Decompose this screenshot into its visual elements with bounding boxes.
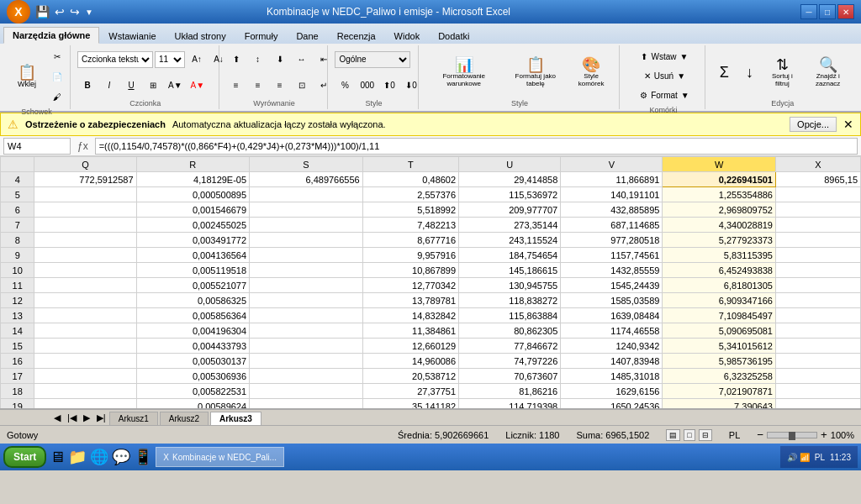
cell-W10[interactable]: 6,452493838 bbox=[663, 263, 776, 278]
cell-U10[interactable]: 145,186615 bbox=[459, 263, 561, 278]
cell-X9[interactable] bbox=[775, 248, 860, 263]
merge-button[interactable]: ⊡ bbox=[292, 76, 312, 94]
cell-V7[interactable]: 687,114685 bbox=[561, 218, 663, 233]
cell-T18[interactable]: 27,37751 bbox=[362, 384, 458, 399]
col-header-R[interactable]: R bbox=[136, 157, 250, 172]
col-header-V[interactable]: V bbox=[561, 157, 663, 172]
cell-R15[interactable]: 0,004433793 bbox=[136, 339, 250, 354]
cell-X18[interactable] bbox=[775, 384, 860, 399]
align-top-button[interactable]: ⬆ bbox=[226, 50, 246, 69]
tab-formulas[interactable]: Formuły bbox=[235, 28, 288, 44]
sheet-nav-first[interactable]: |◀ bbox=[64, 411, 80, 425]
cell-R17[interactable]: 0,005306936 bbox=[136, 369, 250, 384]
taskbar-icon-5[interactable]: 📱 bbox=[134, 448, 152, 466]
cell-V13[interactable]: 1639,08484 bbox=[561, 308, 663, 323]
cell-styles-button[interactable]: 🎨 Style komórek bbox=[568, 47, 615, 97]
cell-V14[interactable]: 1174,46558 bbox=[561, 323, 663, 339]
cell-V5[interactable]: 140,191101 bbox=[561, 187, 663, 202]
cell-V8[interactable]: 977,280518 bbox=[561, 233, 663, 248]
start-button[interactable]: Start bbox=[3, 446, 46, 468]
sort-filter-button[interactable]: ⇅ Sortuj i filtruj bbox=[763, 47, 801, 97]
cell-V6[interactable]: 432,885895 bbox=[561, 202, 663, 218]
cell-S13[interactable] bbox=[250, 308, 363, 323]
taskbar-icon-2[interactable]: 📁 bbox=[68, 448, 87, 466]
cell-W13[interactable]: 7,109845497 bbox=[663, 308, 776, 323]
tab-page-layout[interactable]: Układ strony bbox=[166, 28, 235, 44]
cell-X10[interactable] bbox=[775, 263, 860, 278]
cell-T7[interactable]: 7,482213 bbox=[362, 218, 458, 233]
paste-button[interactable]: 📋 Wklej bbox=[8, 47, 45, 106]
cell-W19[interactable]: 7,390643 bbox=[663, 399, 776, 409]
quick-redo[interactable]: ↪ bbox=[70, 5, 80, 18]
cell-W14[interactable]: 5,090695081 bbox=[663, 323, 776, 339]
col-header-U[interactable]: U bbox=[459, 157, 561, 172]
copy-button[interactable]: 📄 bbox=[47, 67, 67, 86]
cell-Q11[interactable] bbox=[34, 278, 136, 293]
cell-U4[interactable]: 29,414858 bbox=[459, 172, 561, 187]
format-as-table-button[interactable]: 📋 Formatuj jako tabelę bbox=[504, 47, 567, 97]
col-header-W[interactable]: W bbox=[663, 157, 776, 172]
cell-T10[interactable]: 10,867899 bbox=[362, 263, 458, 278]
cell-X19[interactable] bbox=[775, 399, 860, 409]
cell-T17[interactable]: 20,538712 bbox=[362, 369, 458, 384]
cell-U18[interactable]: 81,86216 bbox=[459, 384, 561, 399]
sheet-nav-next[interactable]: ▶ bbox=[80, 411, 93, 425]
cell-S19[interactable] bbox=[250, 399, 363, 409]
cell-W4[interactable]: 0,226941501 bbox=[663, 172, 776, 187]
currency-button[interactable]: % bbox=[335, 76, 355, 94]
cell-V12[interactable]: 1585,03589 bbox=[561, 293, 663, 308]
cell-R9[interactable]: 0,004136564 bbox=[136, 248, 250, 263]
cell-R16[interactable]: 0,005030137 bbox=[136, 354, 250, 369]
cell-T5[interactable]: 2,557376 bbox=[362, 187, 458, 202]
cell-X4[interactable]: 8965,15 bbox=[775, 172, 860, 187]
underline-button[interactable]: U bbox=[121, 76, 141, 94]
tab-insert[interactable]: Wstawianie bbox=[99, 28, 165, 44]
cell-X7[interactable] bbox=[775, 218, 860, 233]
cell-R4[interactable]: 4,18129E-05 bbox=[136, 172, 250, 187]
cell-U5[interactable]: 115,536972 bbox=[459, 187, 561, 202]
cell-T16[interactable]: 14,960086 bbox=[362, 354, 458, 369]
cell-Q4[interactable]: 772,5912587 bbox=[34, 172, 136, 187]
cell-V9[interactable]: 1157,74561 bbox=[561, 248, 663, 263]
cell-U19[interactable]: 114,719398 bbox=[459, 399, 561, 409]
increase-decimal-button[interactable]: ⬇0 bbox=[401, 76, 421, 94]
cell-S15[interactable] bbox=[250, 339, 363, 354]
fill-color-button[interactable]: A▼ bbox=[165, 76, 186, 94]
options-button[interactable]: Opcje... bbox=[790, 117, 837, 132]
cell-W15[interactable]: 5,341015612 bbox=[663, 339, 776, 354]
cell-T12[interactable]: 13,789781 bbox=[362, 293, 458, 308]
cell-V16[interactable]: 1407,83948 bbox=[561, 354, 663, 369]
bold-button[interactable]: B bbox=[77, 76, 98, 94]
cell-W6[interactable]: 2,969809752 bbox=[663, 202, 776, 218]
close-button[interactable]: ✕ bbox=[837, 4, 854, 19]
cell-S12[interactable] bbox=[250, 293, 363, 308]
formula-input[interactable] bbox=[95, 138, 858, 155]
minimize-button[interactable]: ─ bbox=[800, 4, 817, 19]
restore-button[interactable]: □ bbox=[819, 4, 836, 19]
conditional-format-button[interactable]: 📊 Formatowanie warunkowe bbox=[425, 47, 503, 97]
tab-view[interactable]: Widok bbox=[385, 28, 430, 44]
cell-R19[interactable]: 0,00589624 bbox=[136, 399, 250, 409]
cell-R10[interactable]: 0,005119518 bbox=[136, 263, 250, 278]
cell-V11[interactable]: 1545,24439 bbox=[561, 278, 663, 293]
cell-V19[interactable]: 1650,24536 bbox=[561, 399, 663, 409]
cell-X16[interactable] bbox=[775, 354, 860, 369]
cell-R13[interactable]: 0,005856364 bbox=[136, 308, 250, 323]
cell-W11[interactable]: 6,81801305 bbox=[663, 278, 776, 293]
cell-U11[interactable]: 130,945755 bbox=[459, 278, 561, 293]
align-middle-button[interactable]: ↕ bbox=[248, 50, 268, 69]
font-family-select[interactable]: Czcionka tekstu bbox=[77, 51, 153, 68]
cell-S6[interactable] bbox=[250, 202, 363, 218]
align-left-button[interactable]: ≡ bbox=[226, 76, 246, 94]
increase-font-button[interactable]: A↑ bbox=[187, 50, 207, 69]
format-cells-button[interactable]: ⚙ Format ▼ bbox=[626, 86, 702, 104]
quick-access-dropdown[interactable]: ▼ bbox=[85, 8, 93, 17]
tab-home[interactable]: Narzędzia główne bbox=[3, 27, 99, 44]
cell-V15[interactable]: 1240,9342 bbox=[561, 339, 663, 354]
zoom-out-button[interactable]: − bbox=[757, 428, 763, 441]
cell-U8[interactable]: 243,115524 bbox=[459, 233, 561, 248]
cell-S8[interactable] bbox=[250, 233, 363, 248]
cell-X15[interactable] bbox=[775, 339, 860, 354]
normal-view-button[interactable]: ▤ bbox=[666, 429, 680, 441]
cell-Q18[interactable] bbox=[34, 384, 136, 399]
